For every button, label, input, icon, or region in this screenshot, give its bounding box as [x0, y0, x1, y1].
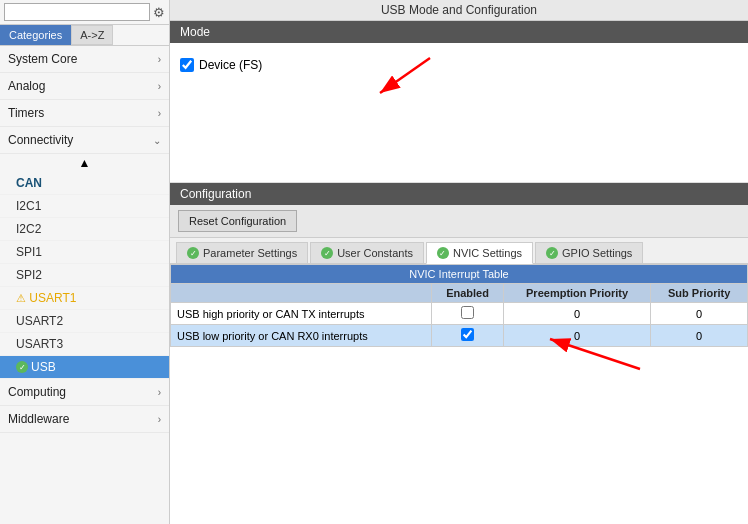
- sidebar-item-label: Analog: [8, 79, 45, 93]
- sidebar-item-usart2[interactable]: USART2: [0, 310, 169, 333]
- main-content: USB Mode and Configuration Mode Device (…: [170, 0, 748, 524]
- page-title: USB Mode and Configuration: [170, 0, 748, 21]
- mode-area: Device (FS): [170, 43, 748, 183]
- sidebar-item-spi2[interactable]: SPI2: [0, 264, 169, 287]
- table-row: USB high priority or CAN TX interrupts 0…: [171, 303, 748, 325]
- sidebar-item-can[interactable]: CAN: [0, 172, 169, 195]
- tab-label: GPIO Settings: [562, 247, 632, 259]
- search-input[interactable]: [4, 3, 150, 21]
- sidebar-items: System Core › Analog › Timers › Connecti…: [0, 46, 169, 524]
- tab-label: User Constants: [337, 247, 413, 259]
- preemption-cell: 0: [503, 325, 651, 347]
- check-icon: ✓: [321, 247, 333, 259]
- check-circle-icon: ✓: [16, 361, 28, 373]
- sub-priority-cell: 0: [651, 325, 748, 347]
- sidebar-item-connectivity[interactable]: Connectivity ⌄: [0, 127, 169, 154]
- sidebar-item-spi1[interactable]: SPI1: [0, 241, 169, 264]
- nvic-table: NVIC Interrupt Table Enabled Preemption …: [170, 264, 748, 524]
- chevron-right-icon: ›: [158, 108, 161, 119]
- preemption-cell: 0: [503, 303, 651, 325]
- sidebar-item-label: System Core: [8, 52, 77, 66]
- sidebar-item-usart3[interactable]: USART3: [0, 333, 169, 356]
- sidebar-item-label: Computing: [8, 385, 66, 399]
- sidebar-item-i2c2[interactable]: I2C2: [0, 218, 169, 241]
- col-preemption-header: Preemption Priority: [503, 284, 651, 303]
- tab-user-constants[interactable]: ✓ User Constants: [310, 242, 424, 263]
- col-name-header: [171, 284, 432, 303]
- check-icon: ✓: [437, 247, 449, 259]
- label: USB: [31, 360, 56, 374]
- table-row: USB low priority or CAN RX0 interrupts 0…: [171, 325, 748, 347]
- sidebar-item-label: Connectivity: [8, 133, 73, 147]
- sidebar-item-analog[interactable]: Analog ›: [0, 73, 169, 100]
- config-toolbar: Reset Configuration: [170, 205, 748, 238]
- tab-categories[interactable]: Categories: [0, 25, 71, 45]
- tab-label: Parameter Settings: [203, 247, 297, 259]
- col-sub-header: Sub Priority: [651, 284, 748, 303]
- enabled-checkbox-1[interactable]: [461, 328, 474, 341]
- enabled-cell: [432, 325, 504, 347]
- sidebar-item-label: Middleware: [8, 412, 69, 426]
- sidebar-tabs: Categories A->Z: [0, 25, 169, 46]
- scroll-up-indicator[interactable]: ▲: [0, 154, 169, 172]
- sidebar-item-label: Timers: [8, 106, 44, 120]
- tab-az[interactable]: A->Z: [71, 25, 113, 45]
- tab-gpio-settings[interactable]: ✓ GPIO Settings: [535, 242, 643, 263]
- config-section-header: Configuration: [170, 183, 748, 205]
- label: CAN: [16, 176, 42, 190]
- warning-icon: ⚠: [16, 292, 26, 304]
- label: I2C2: [16, 222, 41, 236]
- config-area: Configuration Reset Configuration ✓ Para…: [170, 183, 748, 524]
- device-fs-row: Device (FS): [180, 58, 738, 72]
- sidebar-search-bar: ⚙: [0, 0, 169, 25]
- sidebar-item-middleware[interactable]: Middleware ›: [0, 406, 169, 433]
- sidebar-item-timers[interactable]: Timers ›: [0, 100, 169, 127]
- chevron-right-icon: ›: [158, 81, 161, 92]
- config-tabs: ✓ Parameter Settings ✓ User Constants ✓ …: [170, 238, 748, 264]
- enabled-checkbox-0[interactable]: [461, 306, 474, 319]
- check-icon: ✓: [187, 247, 199, 259]
- tab-nvic-settings[interactable]: ✓ NVIC Settings: [426, 242, 533, 264]
- label: I2C1: [16, 199, 41, 213]
- mode-section-header: Mode: [170, 21, 748, 43]
- tab-label: NVIC Settings: [453, 247, 522, 259]
- label: SPI2: [16, 268, 42, 282]
- reset-configuration-button[interactable]: Reset Configuration: [178, 210, 297, 232]
- sub-priority-cell: 0: [651, 303, 748, 325]
- tab-parameter-settings[interactable]: ✓ Parameter Settings: [176, 242, 308, 263]
- col-enabled-header: Enabled: [432, 284, 504, 303]
- interrupt-name: USB low priority or CAN RX0 interrupts: [171, 325, 432, 347]
- nvic-table-title: NVIC Interrupt Table: [171, 265, 748, 284]
- sidebar-item-usart1[interactable]: ⚠ USART1: [0, 287, 169, 310]
- sidebar-item-computing[interactable]: Computing ›: [0, 379, 169, 406]
- gear-icon[interactable]: ⚙: [153, 5, 165, 20]
- device-fs-checkbox[interactable]: [180, 58, 194, 72]
- chevron-right-icon: ›: [158, 414, 161, 425]
- label: SPI1: [16, 245, 42, 259]
- sidebar-item-usb[interactable]: ✓ USB: [0, 356, 169, 379]
- chevron-right-icon: ›: [158, 54, 161, 65]
- check-icon: ✓: [546, 247, 558, 259]
- sidebar-item-system-core[interactable]: System Core ›: [0, 46, 169, 73]
- chevron-right-icon: ›: [158, 387, 161, 398]
- interrupt-name: USB high priority or CAN TX interrupts: [171, 303, 432, 325]
- chevron-down-icon: ⌄: [153, 135, 161, 146]
- sidebar-item-i2c1[interactable]: I2C1: [0, 195, 169, 218]
- label: USART3: [16, 337, 63, 351]
- label: USART2: [16, 314, 63, 328]
- sidebar: ⚙ Categories A->Z System Core › Analog ›…: [0, 0, 170, 524]
- enabled-cell: [432, 303, 504, 325]
- device-fs-label: Device (FS): [199, 58, 262, 72]
- label: USART1: [29, 291, 76, 305]
